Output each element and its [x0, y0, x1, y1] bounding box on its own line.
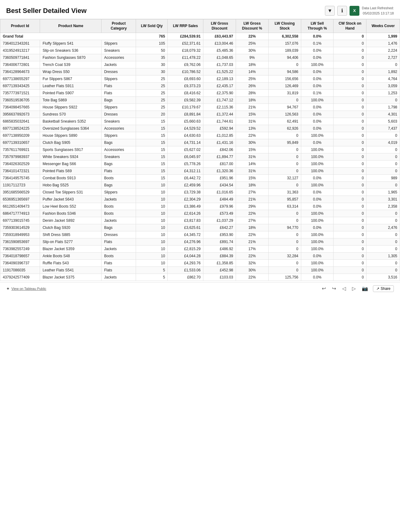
- col-weeks-cover[interactable]: Weeks Cover: [366, 19, 400, 33]
- cell-lw-gross-discount: £1,012.85: [203, 132, 236, 139]
- cell-product-name: Puffer Jacket S643: [40, 196, 102, 203]
- cell-lw-sell-through-pct: 100.0%: [301, 132, 334, 139]
- cell-lw-gross-discount-pct: 29%: [236, 203, 268, 210]
- cell-lw-closing-stock: 0: [268, 132, 301, 139]
- cell-lw-sold-qty: 35: [136, 54, 168, 61]
- cell-weeks-cover: 2,224: [366, 47, 400, 54]
- cell-product-name: Trench Coat S39: [40, 61, 102, 68]
- col-lw-sold-qty[interactable]: LW Sold Qty: [136, 19, 168, 33]
- undo-button[interactable]: ↩: [321, 285, 327, 292]
- cell-category: Flats: [102, 260, 136, 267]
- cell-weeks-cover: 3,301: [366, 196, 400, 203]
- cell-lw-closing-stock: 0: [268, 97, 301, 104]
- cell-lw-rrp-sales: £6,442.72: [168, 175, 203, 182]
- cell-lw-sell-through-pct: 100.0%: [301, 231, 334, 238]
- info-button[interactable]: ℹ: [337, 6, 347, 16]
- cell-product-name: Oversized Sunglasses S364: [40, 125, 102, 132]
- table-row: 7364026302529 Messenger Bag S66 Bags 15 …: [0, 160, 400, 168]
- cell-weeks-cover: 0: [366, 238, 400, 246]
- forward-button[interactable]: ▷: [351, 285, 357, 292]
- col-lw-gross-discount-pct[interactable]: LW GrossDiscount %: [236, 19, 268, 33]
- cell-lw-sold-qty: 10: [136, 189, 168, 196]
- camera-button[interactable]: 📷: [361, 285, 369, 292]
- cell-lw-gross-discount-pct: 31%: [236, 118, 268, 125]
- cell-product-id: 6865835032641: [0, 118, 40, 125]
- share-button[interactable]: ↗ Share: [373, 285, 394, 292]
- col-product-category[interactable]: ProductCategory: [102, 19, 136, 33]
- cell-lw-rrp-sales: £3,625.61: [168, 224, 203, 231]
- cell-category: Bags: [102, 139, 136, 146]
- cell-product-id: 6864717774913: [0, 210, 40, 217]
- cell-lw-sold-qty: 10: [136, 231, 168, 238]
- col-lw-sell-through[interactable]: LW SellThrough %: [301, 19, 334, 33]
- cell-lw-rrp-sales: £9,582.39: [168, 97, 203, 104]
- cell-product-id: 6536951365697: [0, 196, 40, 203]
- cell-lw-closing-stock: 0: [268, 267, 301, 274]
- refresh-info: Data Last Refreshed: 05/02/2025 13:17:18: [362, 6, 394, 16]
- cell-weeks-cover: 1,305: [366, 253, 400, 260]
- table-row: 7361590853697 Slip-on Flats S277 Flats 1…: [0, 238, 400, 246]
- col-lw-rrp-sales[interactable]: LW RRP Sales: [168, 19, 203, 33]
- cell-lw-closing-stock: 0: [268, 260, 301, 267]
- cell-lw-sold-qty: 15: [136, 175, 168, 182]
- cell-product-id: 7364006772801: [0, 61, 40, 68]
- table-row: 3951685566529 Closed Toe Slippers S31 Sl…: [0, 189, 400, 196]
- cell-product-name: Wrap Dress S50: [40, 68, 102, 75]
- grand-total-lw-sell-through-pct: 0.0%: [301, 33, 334, 40]
- cell-category: Sneakers: [102, 118, 136, 125]
- cell-lw-sell-through-pct: 0.0%: [301, 196, 334, 203]
- table-row: 4319524913217 Slip-on Sneakers S36 Sneak…: [0, 47, 400, 54]
- back-button[interactable]: ◁: [341, 285, 347, 292]
- cell-lw-sell-through-pct: 0.0%: [301, 118, 334, 125]
- cell-product-id: 7363982557249: [0, 246, 40, 253]
- table-row: 7364090396737 Ruffle Flats S43 Flats 10 …: [0, 260, 400, 267]
- grand-total-lw-closing-stock: 6,302,558: [268, 33, 301, 40]
- table-row: 7363982557249 Blazer Jacket S359 Jackets…: [0, 246, 400, 253]
- footer-right: ↩ ↪ ◁ ▷ 📷 ↗ Share: [321, 285, 394, 292]
- cell-lw-closing-stock: 0: [268, 153, 301, 160]
- cell-lw-rrp-sales: £5,778.26: [168, 160, 203, 168]
- cell-product-id: 4319524913217: [0, 47, 40, 54]
- cell-category: Sneakers: [102, 47, 136, 54]
- cell-cw-stock-on-hand: 0: [334, 246, 366, 253]
- col-cw-stock-on-hand[interactable]: CW Stock onHand: [334, 19, 366, 33]
- cell-weeks-cover: 0: [366, 146, 400, 153]
- refresh-date: 05/02/2025 13:17:18: [362, 11, 394, 16]
- cell-lw-rrp-sales: £4,630.63: [168, 132, 203, 139]
- cell-lw-sell-through-pct: 0.0%: [301, 68, 334, 75]
- cell-lw-rrp-sales: £4,312.11: [168, 168, 203, 175]
- redo-button[interactable]: ↪: [331, 285, 337, 292]
- view-on-tableau-link[interactable]: View on Tableau Public: [11, 287, 46, 290]
- cell-category: Slippers: [102, 104, 136, 111]
- cell-lw-rrp-sales: £6,045.97: [168, 153, 203, 160]
- cell-lw-gross-discount: £13,004.46: [203, 40, 236, 47]
- col-lw-gross-discount[interactable]: LW GrossDiscount: [203, 19, 236, 33]
- cell-lw-closing-stock: 0: [268, 61, 301, 68]
- table-row: 7364128964673 Wrap Dress S50 Dresses 30 …: [0, 68, 400, 75]
- cell-product-id: 7364090396737: [0, 260, 40, 267]
- cell-lw-gross-discount-pct: 26%: [236, 83, 268, 90]
- excel-button[interactable]: X: [350, 6, 359, 16]
- col-product-id[interactable]: Product Id: [0, 19, 40, 33]
- cell-weeks-cover: 0: [366, 267, 400, 274]
- cell-lw-closing-stock: 32,127: [268, 175, 301, 182]
- cell-cw-stock-on-hand: 0: [334, 160, 366, 168]
- cell-product-id: 11917112723: [0, 182, 40, 189]
- page-title: Best Seller Detailed View: [6, 7, 86, 15]
- cell-cw-stock-on-hand: 0: [334, 139, 366, 146]
- cell-lw-sold-qty: 50: [136, 47, 168, 54]
- main-table: Product Id Product Name ProductCategory …: [0, 19, 400, 281]
- cell-product-name: Slip-on Flats S277: [40, 238, 102, 246]
- filter-button[interactable]: ▼: [325, 6, 335, 16]
- cell-lw-closing-stock: 31,819: [268, 90, 301, 97]
- cell-cw-stock-on-hand: 0: [334, 189, 366, 196]
- col-product-name[interactable]: Product Name: [40, 19, 102, 33]
- cell-lw-sold-qty: 10: [136, 253, 168, 260]
- col-lw-closing-stock[interactable]: LW ClosingStock: [268, 19, 301, 33]
- cell-lw-sell-through-pct: 100.0%: [301, 217, 334, 224]
- cell-weeks-cover: 0: [366, 231, 400, 238]
- cell-lw-sell-through-pct: 0.0%: [301, 54, 334, 61]
- cell-lw-rrp-sales: £4,731.14: [168, 139, 203, 146]
- cell-cw-stock-on-hand: 0: [334, 210, 366, 217]
- cell-cw-stock-on-hand: 0: [334, 97, 366, 104]
